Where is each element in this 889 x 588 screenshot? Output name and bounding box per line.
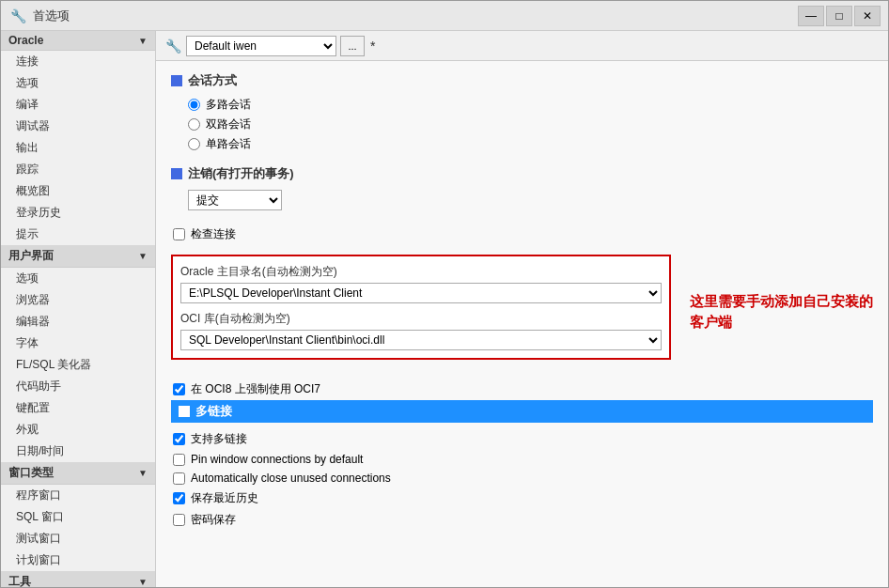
sidebar-item-ui-keybindings[interactable]: 键配置 <box>1 397 155 419</box>
content-area: Oracle ▼ 连接 选项 编译 调试器 输出 跟踪 概览图 登录历史 提示 … <box>1 31 888 587</box>
oracle-home-label: Oracle 主目录名(自动检测为空) <box>180 264 662 280</box>
sidebar-section-tools[interactable]: 工具 ▼ <box>1 571 155 587</box>
sidebar-item-oracle-overview[interactable]: 概览图 <box>1 180 155 202</box>
commit-select[interactable]: 提交 回滚 <box>188 190 282 210</box>
pin-window-row: Pin window connections by default <box>171 450 873 469</box>
sidebar-section-oracle[interactable]: Oracle ▼ <box>1 31 155 51</box>
radio-dual-session[interactable]: 双路会话 <box>188 116 873 132</box>
window-controls: — □ ✕ <box>798 6 881 26</box>
sidebar-section-window-type[interactable]: 窗口类型 ▼ <box>1 462 155 485</box>
oracle-home-section: Oracle 主目录名(自动检测为空) E:\PLSQL Developer\I… <box>171 255 671 360</box>
sidebar-item-program-window[interactable]: 程序窗口 <box>1 485 155 506</box>
oci8-checkbox[interactable] <box>173 383 185 395</box>
multilink-title: 多链接 <box>195 403 232 420</box>
sidebar-item-plan-window[interactable]: 计划窗口 <box>1 549 155 571</box>
close-button[interactable]: ✕ <box>854 6 881 26</box>
sidebar-item-oracle-hints[interactable]: 提示 <box>1 224 155 245</box>
check-connection-row: 检查连接 <box>171 224 873 245</box>
session-section: 会话方式 多路会话 双路会话 单路会话 <box>171 72 873 152</box>
radio-multi-session-input[interactable] <box>188 99 200 111</box>
radio-single-session-label: 单路会话 <box>206 136 251 152</box>
multilink-indicator <box>179 406 190 417</box>
check-connection-checkbox[interactable] <box>173 228 185 240</box>
window-title: 首选项 <box>33 8 798 24</box>
callout-line2: 客户端 <box>690 312 873 333</box>
sidebar-item-oracle-trace[interactable]: 跟踪 <box>1 159 155 180</box>
section-indicator-commit <box>171 168 182 179</box>
sidebar-item-ui-appearance[interactable]: 外观 <box>1 419 155 441</box>
sidebar-item-oracle-output[interactable]: 输出 <box>1 137 155 159</box>
callout-area: 这里需要手动添加自己安装的 客户端 <box>680 255 873 369</box>
main-panel: 🔧 Default iwen ... * 会话方式 <box>156 31 888 587</box>
multilink-section-header: 多链接 <box>171 400 873 423</box>
sidebar-item-oracle-connection[interactable]: 连接 <box>1 51 155 72</box>
panel-content: 会话方式 多路会话 双路会话 单路会话 <box>156 61 888 587</box>
sidebar-item-oracle-login-history[interactable]: 登录历史 <box>1 202 155 224</box>
sidebar-item-oracle-compile[interactable]: 编译 <box>1 94 155 116</box>
sidebar-item-oracle-options[interactable]: 选项 <box>1 72 155 94</box>
pin-window-label: Pin window connections by default <box>191 453 363 466</box>
auto-close-label: Automatically close unused connections <box>191 472 391 485</box>
sidebar-item-ui-editor[interactable]: 编辑器 <box>1 311 155 333</box>
radio-single-session[interactable]: 单路会话 <box>188 136 873 152</box>
radio-dual-session-input[interactable] <box>188 118 200 131</box>
sidebar-section-window-type-label: 窗口类型 <box>8 465 54 481</box>
more-options-button[interactable]: ... <box>340 36 365 56</box>
session-section-title: 会话方式 <box>188 72 237 89</box>
title-bar: 🔧 首选项 — □ ✕ <box>1 1 888 31</box>
callout-line1: 这里需要手动添加自己安装的 <box>690 291 873 313</box>
sidebar-section-tools-label: 工具 <box>8 574 31 587</box>
sidebar-item-ui-options[interactable]: 选项 <box>1 268 155 289</box>
support-multilink-checkbox[interactable] <box>173 433 185 445</box>
session-section-header: 会话方式 <box>171 72 873 89</box>
session-radio-group: 多路会话 双路会话 单路会话 <box>171 97 873 152</box>
commit-section-title: 注销(有打开的事务) <box>188 165 294 182</box>
keep-recent-label: 保存最近历史 <box>191 490 258 506</box>
oci8-label: 在 OCI8 上强制使用 OCI7 <box>191 381 320 397</box>
check-connection-label: 检查连接 <box>191 226 236 242</box>
oci8-row: 在 OCI8 上强制使用 OCI7 <box>171 379 873 400</box>
radio-multi-session[interactable]: 多路会话 <box>188 97 873 113</box>
commit-select-row: 提交 回滚 <box>171 190 873 210</box>
commit-section-header: 注销(有打开的事务) <box>171 165 873 182</box>
sidebar-section-ui-label: 用户界面 <box>8 248 54 264</box>
sidebar-item-ui-browser[interactable]: 浏览器 <box>1 289 155 311</box>
sidebar: Oracle ▼ 连接 选项 编译 调试器 输出 跟踪 概览图 登录历史 提示 … <box>1 31 156 587</box>
toolbar: 🔧 Default iwen ... * <box>156 31 888 61</box>
commit-section: 注销(有打开的事务) 提交 回滚 <box>171 165 873 210</box>
profile-select[interactable]: Default iwen <box>186 36 336 56</box>
oci-select[interactable]: SQL Developer\Instant Client\bin\oci.dll <box>180 330 662 350</box>
radio-multi-session-label: 多路会话 <box>206 97 251 113</box>
main-window: 🔧 首选项 — □ ✕ Oracle ▼ 连接 选项 编译 调试器 输出 跟踪 … <box>0 0 889 588</box>
sidebar-item-ui-font[interactable]: 字体 <box>1 333 155 354</box>
keep-recent-checkbox[interactable] <box>173 492 185 504</box>
support-multilink-label: 支持多链接 <box>191 431 247 447</box>
sidebar-item-sql-window[interactable]: SQL 窗口 <box>1 506 155 528</box>
profile-icon: 🔧 <box>164 37 182 55</box>
minimize-button[interactable]: — <box>798 6 824 26</box>
sidebar-item-oracle-debugger[interactable]: 调试器 <box>1 116 155 137</box>
radio-dual-session-label: 双路会话 <box>206 116 251 132</box>
oracle-home-select[interactable]: E:\PLSQL Developer\Instant Client <box>180 283 662 303</box>
modified-indicator: * <box>370 39 375 54</box>
chevron-down-icon-tools: ▼ <box>138 577 148 587</box>
keep-recent-row: 保存最近历史 <box>171 487 873 509</box>
sidebar-item-ui-datetime[interactable]: 日期/时间 <box>1 441 155 462</box>
auto-close-row: Automatically close unused connections <box>171 469 873 487</box>
section-indicator <box>171 75 182 86</box>
sidebar-section-oracle-label: Oracle <box>8 34 43 47</box>
save-password-row: 密码保存 <box>171 509 873 531</box>
sidebar-item-ui-code-assistant[interactable]: 代码助手 <box>1 376 155 397</box>
auto-close-checkbox[interactable] <box>173 472 185 485</box>
pin-window-checkbox[interactable] <box>173 454 185 466</box>
sidebar-item-ui-beautifier[interactable]: FL/SQL 美化器 <box>1 354 155 376</box>
support-multilink-row: 支持多链接 <box>171 428 873 450</box>
sidebar-item-test-window[interactable]: 测试窗口 <box>1 528 155 549</box>
chevron-down-icon-ui: ▼ <box>138 251 148 261</box>
sidebar-section-ui[interactable]: 用户界面 ▼ <box>1 245 155 268</box>
radio-single-session-input[interactable] <box>188 138 200 150</box>
maximize-button[interactable]: □ <box>826 6 852 26</box>
callout-text: 这里需要手动添加自己安装的 客户端 <box>690 291 873 333</box>
save-password-checkbox[interactable] <box>173 514 185 526</box>
chevron-down-icon-wt: ▼ <box>138 468 148 478</box>
